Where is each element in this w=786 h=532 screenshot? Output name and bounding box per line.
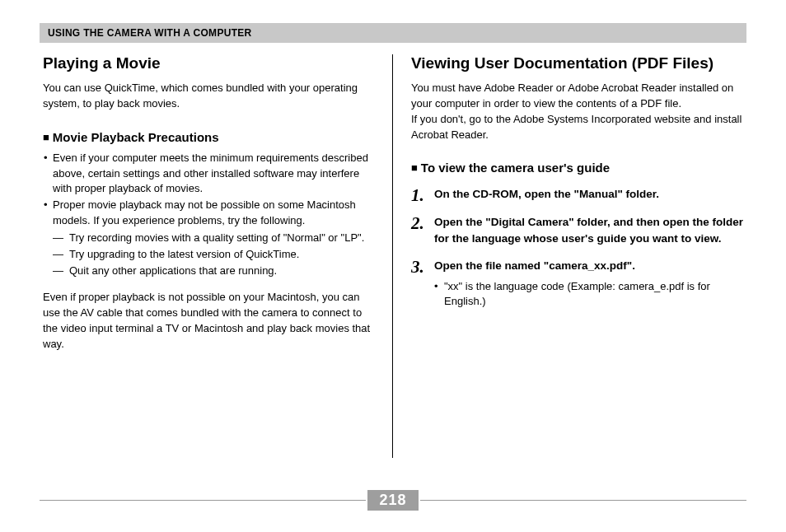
- footer-rule-left: [40, 500, 366, 501]
- left-title: Playing a Movie: [43, 54, 374, 72]
- right-intro-1: You must have Adobe Reader or Adobe Acro…: [411, 81, 746, 112]
- step-item: 2 Open the "Digital Camera" folder, and …: [411, 214, 746, 246]
- step-text: Open the "Digital Camera" folder, and th…: [434, 216, 743, 245]
- precautions-list: Even if your computer meets the minimum …: [43, 151, 374, 279]
- step-number: 2: [411, 211, 424, 236]
- precaution-item: Proper movie playback may not be possibl…: [43, 198, 374, 278]
- left-subhead: ■Movie Playback Precautions: [43, 130, 374, 144]
- step-number: 3: [411, 254, 424, 279]
- dash-item: Try upgrading to the latest version of Q…: [53, 247, 374, 263]
- right-subhead: ■To view the camera user's guide: [411, 161, 746, 175]
- dash-item: Quit any other applications that are run…: [53, 264, 374, 279]
- left-subhead-text: Movie Playback Precautions: [53, 130, 219, 144]
- sub-dash-list: Try recording movies with a quality sett…: [53, 231, 374, 279]
- left-intro: You can use QuickTime, which comes bundl…: [43, 81, 374, 112]
- right-subhead-text: To view the camera user's guide: [421, 161, 610, 175]
- right-column: Viewing User Documentation (PDF Files) Y…: [393, 54, 746, 458]
- footer-rule-right: [420, 500, 746, 501]
- page-footer: 218: [40, 489, 746, 511]
- section-header: USING THE CAMERA WITH A COMPUTER: [40, 23, 746, 43]
- step-item: 3 Open the file named "camera_xx.pdf". "…: [411, 258, 746, 310]
- content-columns: Playing a Movie You can use QuickTime, w…: [40, 54, 746, 458]
- right-title: Viewing User Documentation (PDF Files): [411, 54, 746, 72]
- square-bullet-icon: ■: [411, 161, 418, 174]
- dash-item: Try recording movies with a quality sett…: [53, 231, 374, 246]
- step-item: 1 On the CD-ROM, open the "Manual" folde…: [411, 186, 746, 203]
- page-number: 218: [367, 490, 418, 511]
- steps-list: 1 On the CD-ROM, open the "Manual" folde…: [411, 186, 746, 310]
- square-bullet-icon: ■: [43, 131, 49, 143]
- precaution-text: Even if your computer meets the minimum …: [53, 152, 368, 195]
- left-column: Playing a Movie You can use QuickTime, w…: [40, 54, 393, 458]
- step-text: On the CD-ROM, open the "Manual" folder.: [434, 188, 659, 200]
- step-text: Open the file named "camera_xx.pdf".: [434, 259, 635, 272]
- step-sub-item: "xx" is the language code (Example: came…: [434, 279, 746, 310]
- left-closing: Even if proper playback is not possible …: [43, 290, 374, 352]
- step-sub-list: "xx" is the language code (Example: came…: [434, 279, 746, 310]
- right-intro-2: If you don't, go to the Adobe Systems In…: [411, 112, 746, 143]
- step-number: 1: [411, 183, 424, 208]
- precaution-text: Proper movie playback may not be possibl…: [53, 198, 356, 226]
- precaution-item: Even if your computer meets the minimum …: [43, 151, 374, 198]
